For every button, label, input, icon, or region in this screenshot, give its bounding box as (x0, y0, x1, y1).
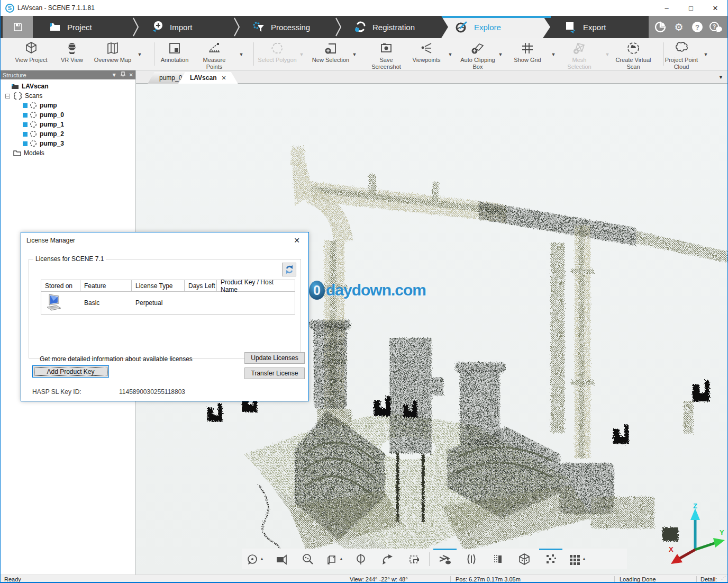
new-selection-icon (324, 41, 338, 55)
svg-text:X: X (669, 545, 674, 553)
tree-item-scans[interactable]: Scans (1, 91, 135, 101)
tree-item-scan[interactable]: pump_0 (1, 110, 135, 120)
view-cube-button[interactable]: ▲ (321, 549, 348, 569)
explore-toolbar: View Project VR View Overview Map ▼ Anno… (1, 38, 727, 70)
viewer-toolbar-separator (429, 552, 430, 566)
toolbar-viewpoints[interactable]: Viewpoints (409, 41, 444, 64)
clipping-mode-button[interactable] (432, 549, 458, 569)
show-grid-icon (521, 41, 534, 55)
watermark-logo: 0 (309, 281, 325, 300)
select-polygon-dropdown[interactable]: ▼ (298, 52, 305, 57)
tab-import[interactable]: Import (137, 16, 236, 38)
maximize-button[interactable]: □ (679, 0, 703, 16)
toolbar-mesh-selection[interactable]: MeshSelection (560, 41, 598, 70)
tree-item-models[interactable]: Models (1, 148, 135, 158)
collapse-icon[interactable] (5, 94, 10, 98)
refresh-licenses-button[interactable] (282, 263, 296, 276)
support-chat-icon[interactable]: ? (709, 20, 723, 34)
tab-processing[interactable]: Processing (238, 16, 338, 38)
auto-clipping-box-dropdown[interactable]: ▼ (497, 52, 504, 57)
transfer-license-button[interactable]: Transfer License (244, 367, 305, 379)
doc-tab-lavscan[interactable]: LAVscan ✕ (178, 72, 238, 84)
registration-icon (353, 21, 367, 33)
toolbar-project-point-cloud[interactable]: Project PointCloud (660, 41, 703, 70)
toolbar-vr-view[interactable]: VR View (54, 41, 89, 64)
mesh-selection-icon (572, 41, 586, 55)
rotate-view-button[interactable] (374, 549, 401, 569)
scan-visibility-box[interactable] (23, 113, 28, 118)
tab-separator-arrow (441, 16, 449, 38)
zoom-button[interactable] (295, 549, 321, 569)
toolbar-save-screenshot[interactable]: SaveScreenshot (366, 41, 407, 70)
settings-gear-icon[interactable]: ⚙ (672, 20, 686, 34)
view-layout-dropdown[interactable]: ▲ (582, 557, 586, 561)
panel-menu-icon[interactable]: ▼ (112, 72, 117, 78)
textured-view-button[interactable] (511, 549, 538, 569)
dialog-title-bar[interactable]: License Manager ✕ (21, 232, 308, 248)
scan-icon (30, 111, 37, 119)
dialog-close-icon[interactable]: ✕ (290, 236, 303, 245)
scan-visibility-box[interactable] (23, 122, 28, 127)
select-polygon-icon (270, 41, 284, 55)
add-product-key-button[interactable]: Add Product Key (32, 365, 109, 378)
licenses-group-label: Licenses for SCENE 7.1 (33, 255, 106, 263)
update-licenses-button[interactable]: Update Licenses (244, 352, 305, 364)
toolbar-new-selection[interactable]: New Selection (310, 41, 352, 64)
panel-pin-icon[interactable] (121, 71, 125, 78)
scan-visibility-box[interactable] (23, 103, 28, 108)
tree-item-scan[interactable]: pump_2 (1, 129, 135, 139)
save-screenshot-icon (379, 41, 393, 55)
help-icon[interactable]: ? (690, 20, 704, 34)
project-point-cloud-icon (675, 41, 688, 55)
doc-tab-close-icon[interactable]: ✕ (221, 75, 226, 82)
show-grid-dropdown[interactable]: ▼ (550, 52, 557, 57)
fly-view-button[interactable] (268, 549, 295, 569)
toolbar-auto-clipping-box[interactable]: Auto ClippingBox (457, 41, 499, 70)
split-compare-button[interactable] (458, 549, 485, 569)
tree-item-scan[interactable]: pump_1 (1, 120, 135, 129)
tree-item-scan[interactable]: pump_3 (1, 139, 135, 148)
tree-item-scan[interactable]: pump (1, 101, 135, 110)
tab-overflow-icon[interactable]: ▼ (718, 75, 723, 80)
sync-pie-icon[interactable] (653, 20, 667, 34)
viewpoints-dropdown[interactable]: ▼ (447, 52, 454, 57)
resize-grip[interactable]: ⋰ (721, 575, 726, 580)
toolbar-select-polygon[interactable]: Select Polygon (257, 41, 298, 64)
reset-orientation-button[interactable] (348, 549, 374, 569)
overview-map-dropdown[interactable]: ▼ (136, 52, 143, 57)
view-layout-button[interactable]: ▲ (564, 549, 590, 569)
scan-icon (30, 130, 37, 138)
minimize-button[interactable]: – (654, 0, 679, 16)
point-view-button[interactable] (538, 549, 564, 569)
tree-item-root[interactable]: LAVscan (1, 82, 135, 91)
app-window: S LAVscan - SCENE 7.1.1.81 – □ ✕ Project… (0, 0, 728, 583)
view-cube-dropdown[interactable]: ▲ (339, 557, 343, 561)
orbit-view-button[interactable]: ▲ (242, 549, 268, 569)
save-button[interactable] (3, 16, 33, 38)
toolbar-view-project[interactable]: View Project (8, 41, 54, 64)
scan-visibility-box[interactable] (23, 141, 28, 146)
new-selection-dropdown[interactable]: ▼ (351, 52, 358, 57)
close-button[interactable]: ✕ (703, 0, 727, 16)
toolbar-overview-map[interactable]: Overview Map (89, 41, 136, 64)
tab-export[interactable]: Export (550, 16, 642, 38)
scan-visibility-box[interactable] (23, 132, 28, 137)
tab-project[interactable]: Project (34, 16, 135, 38)
save-icon (13, 22, 23, 32)
measure-points-icon (207, 41, 221, 55)
vr-view-icon (65, 41, 79, 55)
measure-points-dropdown[interactable]: ▼ (238, 52, 245, 57)
toolbar-create-virtual-scan[interactable]: Create VirtualScan (610, 41, 657, 70)
toolbar-show-grid[interactable]: Show Grid (508, 41, 547, 64)
tab-registration[interactable]: Registration (340, 16, 439, 38)
tab-explore[interactable]: Explore (441, 16, 543, 38)
point-density-button[interactable] (485, 549, 511, 569)
toolbar-annotation[interactable]: Annotation (157, 41, 192, 64)
orbit-view-dropdown[interactable]: ▲ (260, 557, 264, 561)
license-table-row[interactable]: Basic Perpetual (41, 292, 295, 314)
status-bar: Ready View: 244° -22° w: 48° Pos: 6.27m … (1, 575, 727, 583)
project-point-cloud-dropdown[interactable]: ▼ (702, 52, 709, 57)
toolbar-measure-points[interactable]: MeasurePoints (194, 41, 234, 70)
panel-close-icon[interactable]: ✕ (129, 72, 133, 78)
pan-frame-button[interactable] (401, 549, 427, 569)
